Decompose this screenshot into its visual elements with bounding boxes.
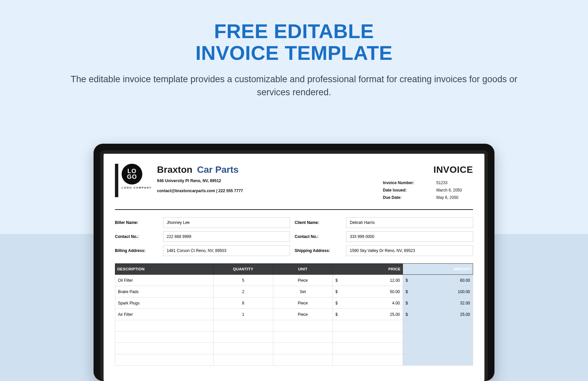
- cell-quantity[interactable]: 8: [213, 297, 273, 309]
- cell-unit[interactable]: [273, 343, 333, 354]
- invoice-title: INVOICE: [383, 164, 473, 175]
- cell-quantity[interactable]: 2: [213, 286, 273, 297]
- cell-quantity[interactable]: [213, 354, 273, 366]
- cell-price[interactable]: $50.00: [333, 286, 403, 297]
- col-description: DESCRIPTION: [115, 264, 213, 275]
- client-contact-label: Contact No.:: [295, 234, 341, 239]
- client-contact-field[interactable]: 333 999 0000: [346, 231, 473, 242]
- cell-quantity[interactable]: [213, 343, 273, 354]
- currency-symbol: $: [335, 278, 338, 283]
- client-name-label: Client Name:: [295, 220, 341, 225]
- cell-amount[interactable]: $100.00: [403, 286, 473, 297]
- shipping-address-label: Shipping Address:: [295, 248, 341, 253]
- cell-price[interactable]: [333, 320, 403, 332]
- cell-price[interactable]: $25.00: [333, 309, 403, 320]
- header-accent-strip: [115, 164, 118, 197]
- items-table: DESCRIPTION QUANTITY UNIT PRICE AMOUNT O…: [115, 263, 473, 366]
- biller-contact-field[interactable]: 222 888 9999: [163, 231, 290, 242]
- cell-unit[interactable]: [273, 332, 333, 343]
- invoice-header: LO GO LOGO COMPANY Braxton Car Parts 946…: [115, 164, 473, 203]
- meta-value-issued: March 6, 2050: [436, 188, 473, 193]
- table-row: Brake Pads2Set$50.00$100.00: [115, 286, 473, 297]
- table-row: [115, 354, 473, 366]
- currency-symbol: $: [335, 312, 338, 317]
- items-body: Oil Filter5Piece$12.00$60.00Brake Pads2S…: [115, 275, 473, 366]
- cell-unit[interactable]: Piece: [273, 309, 333, 320]
- cell-price[interactable]: $12.00: [333, 275, 403, 286]
- table-row: [115, 332, 473, 343]
- cell-unit[interactable]: Piece: [273, 275, 333, 286]
- cell-description[interactable]: [115, 320, 213, 332]
- table-row: Oil Filter5Piece$12.00$60.00: [115, 275, 473, 286]
- header-rule: [115, 209, 473, 210]
- cell-amount[interactable]: [403, 354, 473, 366]
- meta-row-number: Invoice Number: 51233: [383, 180, 473, 185]
- company-contact: contact@braxtoncarparts.com | 222 555 77…: [157, 188, 243, 193]
- biller-name-label: Biller Name:: [115, 220, 158, 225]
- cell-description[interactable]: [115, 343, 213, 354]
- party-details: Biller Name: Jhonney Lee Client Name: De…: [115, 217, 473, 256]
- cell-description[interactable]: Oil Filter: [115, 275, 213, 286]
- currency-symbol: $: [406, 289, 408, 294]
- cell-price[interactable]: [333, 332, 403, 343]
- meta-row-due: Due Date: May 6, 2050: [383, 195, 473, 200]
- cell-description[interactable]: [115, 354, 213, 366]
- page-subtext: The editable invoice template provides a…: [0, 73, 588, 99]
- cell-price[interactable]: $4.00: [333, 297, 403, 309]
- company-info: Braxton Car Parts 946 University Pl Reno…: [157, 164, 243, 193]
- cell-quantity[interactable]: 1: [213, 309, 273, 320]
- col-unit: UNIT: [273, 264, 333, 275]
- shipping-address-field[interactable]: 1590 Sky Valley Dr Reno, NV, 89523: [346, 245, 473, 256]
- billing-address-field[interactable]: 1481 Corson Ct Reno, NV, 89503: [163, 245, 290, 256]
- col-price: PRICE: [333, 264, 403, 275]
- cell-quantity[interactable]: [213, 332, 273, 343]
- cell-unit[interactable]: Piece: [273, 297, 333, 309]
- cell-amount[interactable]: [403, 343, 473, 354]
- cell-amount[interactable]: $25.00: [403, 309, 473, 320]
- cell-unit[interactable]: [273, 354, 333, 366]
- cell-unit[interactable]: Set: [273, 286, 333, 297]
- billing-address-label: Billing Address:: [115, 248, 158, 253]
- company-name-part-1: Braxton: [157, 164, 192, 175]
- currency-symbol: $: [406, 278, 408, 283]
- currency-symbol: $: [335, 289, 338, 294]
- logo-icon: LO GO: [122, 164, 142, 184]
- currency-symbol: $: [406, 312, 408, 317]
- invoice-document: LO GO LOGO COMPANY Braxton Car Parts 946…: [104, 154, 484, 381]
- logo-column: LO GO LOGO COMPANY: [122, 164, 152, 189]
- cell-price[interactable]: [333, 354, 403, 366]
- cell-price[interactable]: [333, 343, 403, 354]
- table-row: Air Filter1Piece$25.00$25.00: [115, 309, 473, 320]
- cell-amount[interactable]: $32.00: [403, 297, 473, 309]
- meta-row-issued: Date Issued: March 6, 2050: [383, 188, 473, 193]
- headline-line-1: FREE EDITABLE: [214, 20, 374, 42]
- cell-description[interactable]: Spark Plugs: [115, 297, 213, 309]
- invoice-header-right: INVOICE Invoice Number: 51233 Date Issue…: [383, 164, 473, 203]
- cell-quantity[interactable]: 5: [213, 275, 273, 286]
- cell-description[interactable]: [115, 332, 213, 343]
- logo-text-bottom: GO: [127, 174, 137, 180]
- invoice-header-left: LO GO LOGO COMPANY Braxton Car Parts 946…: [115, 164, 243, 197]
- headline-line-2: INVOICE TEMPLATE: [195, 42, 393, 64]
- table-row: Spark Plugs8Piece$4.00$32.00: [115, 297, 473, 309]
- meta-label-due: Due Date:: [383, 195, 423, 200]
- logo-subtext: LOGO COMPANY: [122, 186, 152, 189]
- cell-amount[interactable]: [403, 332, 473, 343]
- cell-amount[interactable]: $60.00: [403, 275, 473, 286]
- page-headline: FREE EDITABLE INVOICE TEMPLATE: [0, 0, 588, 64]
- meta-value-due: May 6, 2050: [436, 195, 473, 200]
- company-address: 946 University Pl Reno, NV, 89512: [157, 178, 243, 183]
- col-quantity: QUANTITY: [213, 264, 273, 275]
- cell-description[interactable]: Brake Pads: [115, 286, 213, 297]
- biller-contact-label: Contact No.:: [115, 234, 158, 239]
- invoice-meta: Invoice Number: 51233 Date Issued: March…: [383, 180, 473, 200]
- client-name-field[interactable]: Debrah Harris: [346, 217, 473, 228]
- cell-description[interactable]: Air Filter: [115, 309, 213, 320]
- table-row: [115, 343, 473, 354]
- cell-quantity[interactable]: [213, 320, 273, 332]
- biller-name-field[interactable]: Jhonney Lee: [163, 217, 290, 228]
- items-header-row: DESCRIPTION QUANTITY UNIT PRICE AMOUNT: [115, 264, 473, 275]
- tablet-frame: LO GO LOGO COMPANY Braxton Car Parts 946…: [94, 144, 494, 381]
- cell-unit[interactable]: [273, 320, 333, 332]
- cell-amount[interactable]: [403, 320, 473, 332]
